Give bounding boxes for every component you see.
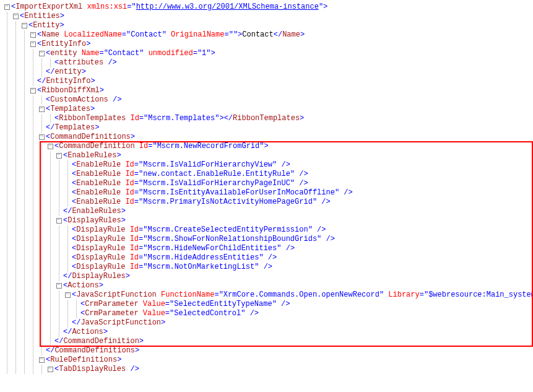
code-line: </JavaScriptFunction>	[2, 318, 531, 328]
code-content: <DisplayRule Id="Mscrm.HideNewForChildEn…	[72, 244, 295, 253]
fold-toggle[interactable]	[54, 153, 63, 159]
code-content: <Templates>	[46, 105, 95, 114]
code-line: <RuleDefinitions>	[2, 355, 531, 365]
code-content: </entity>	[46, 68, 86, 77]
code-line: </DisplayRules>	[2, 272, 531, 281]
code-line: </entity>	[2, 68, 531, 77]
code-line: <DisplayRule Id="Mscrm.ShowForNonRelatio…	[2, 235, 531, 244]
code-content: <CommandDefinition Id="Mscrm.NewRecordFr…	[54, 142, 269, 151]
code-content: <CommandDefinitions>	[46, 133, 135, 142]
fold-toggle[interactable]	[37, 51, 46, 56]
xml-code-view: <ImportExportXml xmlns:xsi="http://www.w…	[2, 2, 531, 374]
code-content: <Entities>	[20, 12, 64, 21]
code-content: <DisplayRule Id="Mscrm.CreateSelectedEnt…	[72, 225, 326, 235]
code-line: <DisplayRule Id="Mscrm.HideNewForChildEn…	[2, 244, 531, 253]
code-content: <DisplayRules>	[63, 216, 126, 225]
code-line: <Entities>	[2, 12, 531, 21]
code-content: <Entity>	[28, 21, 64, 30]
fold-toggle[interactable]	[37, 134, 46, 140]
code-line: <EnableRules>	[2, 151, 531, 160]
fold-toggle[interactable]	[37, 107, 46, 112]
code-content: <CrmParameter Value="SelectedControl" />	[80, 309, 259, 318]
code-content: </Templates>	[46, 123, 99, 133]
code-content: <Name LocalizedName="Contact" OriginalNa…	[37, 30, 305, 40]
code-line: <DisplayRule Id="Mscrm.NotOnMarketingLis…	[2, 263, 531, 272]
code-line: <EnableRule Id="Mscrm.IsEntityAvailableF…	[2, 188, 531, 198]
code-line: </Actions>	[2, 328, 531, 337]
code-content: </Actions>	[63, 328, 108, 337]
code-content: <DisplayRule Id="Mscrm.NotOnMarketingLis…	[72, 263, 272, 272]
code-line: <DisplayRule Id="Mscrm.HideAddressEntiti…	[2, 253, 531, 263]
code-line: </EntityInfo>	[2, 77, 531, 86]
code-content: <Actions>	[63, 281, 103, 290]
code-content: <entity Name="Contact" unmodified="1">	[46, 49, 215, 58]
code-content: </JavaScriptFunction>	[72, 318, 165, 328]
code-line: <ImportExportXml xmlns:xsi="http://www.w…	[2, 2, 531, 12]
code-content: <EnableRule Id="Mscrm.PrimaryIsNotActivi…	[72, 198, 331, 207]
code-line: <Actions>	[2, 281, 531, 290]
fold-toggle[interactable]	[20, 23, 28, 28]
code-line: </EnableRules>	[2, 207, 531, 216]
code-line: <Entity>	[2, 21, 531, 30]
code-line: <EnableRule Id="Mscrm.IsValidForHierarch…	[2, 179, 531, 188]
code-content: </DisplayRules>	[63, 272, 130, 281]
code-content: <JavaScriptFunction FunctionName="XrmCor…	[72, 290, 533, 300]
code-line: <EnableRule Id="new.contact.EnableRule.E…	[2, 170, 531, 179]
code-content: <EntityInfo>	[37, 40, 90, 49]
fold-toggle[interactable]	[63, 292, 72, 298]
code-content: </EnableRules>	[63, 207, 126, 216]
code-content: <EnableRule Id="new.contact.EnableRule.E…	[72, 170, 308, 179]
code-line: </Templates>	[2, 123, 531, 133]
code-line: <DisplayRule Id="Mscrm.CreateSelectedEnt…	[2, 225, 531, 235]
code-content: <DisplayRule Id="Mscrm.HideAddressEntiti…	[72, 253, 277, 263]
code-line: <Templates>	[2, 105, 531, 114]
fold-toggle[interactable]	[46, 367, 54, 372]
code-line: <EntityInfo>	[2, 40, 531, 49]
code-line: <EnableRule Id="Mscrm.IsValidForHierarch…	[2, 160, 531, 170]
code-line: <JavaScriptFunction FunctionName="XrmCor…	[2, 290, 531, 300]
code-content: <CustomActions />	[46, 95, 121, 105]
code-line: </CommandDefinition>	[2, 337, 531, 346]
code-line: <RibbonDiffXml>	[2, 86, 531, 95]
code-line: <CrmParameter Value="SelectedControl" />	[2, 309, 531, 318]
code-line: <entity Name="Contact" unmodified="1">	[2, 49, 531, 58]
code-content: <TabDisplayRules />	[54, 365, 139, 374]
code-line: <Name LocalizedName="Contact" OriginalNa…	[2, 30, 531, 40]
code-content: <RibbonTemplates Id="Mscrm.Templates"></…	[54, 114, 304, 123]
code-line: <CrmParameter Value="SelectedEntityTypeN…	[2, 300, 531, 309]
fold-toggle[interactable]	[28, 88, 37, 94]
code-line: <DisplayRules>	[2, 216, 531, 225]
fold-toggle[interactable]	[28, 41, 37, 47]
code-line: <attributes />	[2, 58, 531, 68]
code-content: <EnableRule Id="Mscrm.IsValidForHierarch…	[72, 160, 290, 170]
code-line: <EnableRule Id="Mscrm.PrimaryIsNotActivi…	[2, 198, 531, 207]
code-content: <attributes />	[54, 58, 117, 68]
fold-toggle[interactable]	[11, 14, 20, 19]
code-content: </EntityInfo>	[37, 77, 95, 86]
fold-toggle[interactable]	[46, 144, 54, 149]
code-line: <TabDisplayRules />	[2, 365, 531, 374]
code-line: <CustomActions />	[2, 95, 531, 105]
fold-toggle[interactable]	[37, 357, 46, 363]
fold-toggle[interactable]	[54, 283, 63, 289]
code-line: <CommandDefinitions>	[2, 133, 531, 142]
code-content: <EnableRule Id="Mscrm.IsEntityAvailableF…	[72, 188, 353, 198]
code-content: <CrmParameter Value="SelectedEntityTypeN…	[80, 300, 290, 309]
fold-toggle[interactable]	[28, 32, 37, 38]
code-line: <CommandDefinition Id="Mscrm.NewRecordFr…	[2, 142, 531, 151]
fold-toggle[interactable]	[54, 218, 63, 224]
code-content: <RibbonDiffXml>	[37, 86, 104, 95]
code-content: </CommandDefinition>	[54, 337, 144, 346]
code-content: <DisplayRule Id="Mscrm.ShowForNonRelatio…	[72, 235, 335, 244]
code-content: <EnableRule Id="Mscrm.IsValidForHierarch…	[72, 179, 308, 188]
code-content: </CommandDefinitions>	[46, 346, 139, 355]
code-content: <ImportExportXml xmlns:xsi="http://www.w…	[11, 2, 327, 12]
fold-toggle[interactable]	[2, 4, 11, 10]
code-content: <EnableRules>	[63, 151, 121, 160]
code-line: </CommandDefinitions>	[2, 346, 531, 355]
code-line: <RibbonTemplates Id="Mscrm.Templates"></…	[2, 114, 531, 123]
code-content: <RuleDefinitions>	[46, 355, 121, 365]
